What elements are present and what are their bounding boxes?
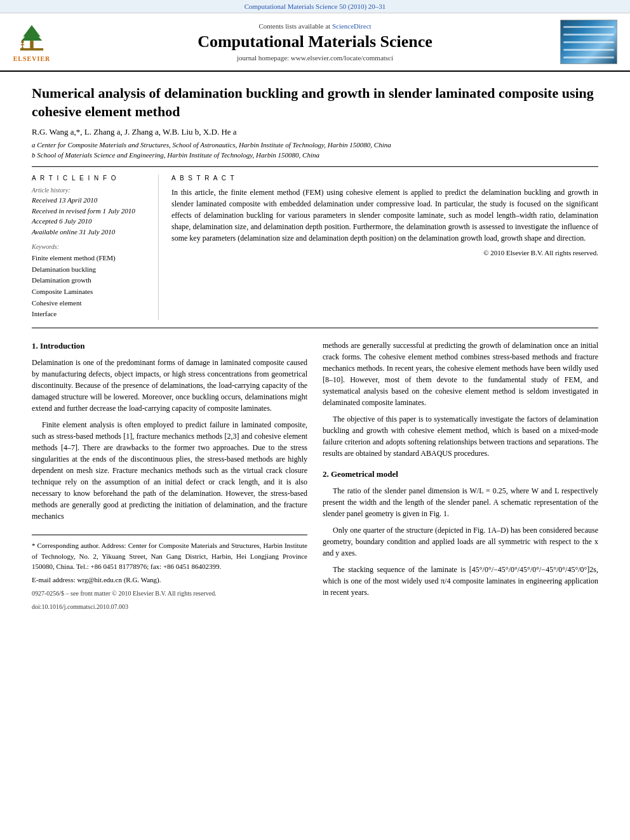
section2-para1: The ratio of the slender panel dimension… [323,485,598,519]
copyright-text: © 2010 Elsevier B.V. All rights reserved… [171,249,598,257]
article-info-column: A R T I C L E I N F O Article history: R… [32,175,159,320]
cover-line-3 [563,41,614,43]
abstract-body-divider [32,328,598,328]
affiliation-a: a Center for Composite Materials and Str… [32,141,598,149]
available-online-date: Available online 31 July 2010 [32,227,148,237]
svg-point-4 [21,40,24,43]
issn-line: 0927-0256/$ – see front matter © 2010 El… [32,589,307,598]
journal-cover-image [560,20,617,64]
cover-line-2 [563,34,614,36]
article-info-abstract-section: A R T I C L E I N F O Article history: R… [32,175,598,320]
section2-para2: Only one quarter of the structure (depic… [323,524,598,559]
journal-title-area: Contents lists available at ScienceDirec… [89,22,541,62]
section2-para3: The stacking sequence of the laminate is… [323,564,598,598]
abstract-text: In this article, the finite element meth… [171,187,598,244]
received-date: Received 13 April 2010 [32,195,148,206]
contents-available-line: Contents lists available at ScienceDirec… [89,22,541,30]
abstract-column: A B S T R A C T In this article, the fin… [171,175,598,320]
elsevier-logo-area: ELSEVIER [13,22,89,62]
article-history-label: Article history: [32,187,148,194]
header-divider [32,166,598,167]
body-section: 1. Introduction Delamination is one of t… [32,340,598,612]
section1-para4: The objective of this paper is to system… [323,413,598,459]
section1-para1: Delamination is one of the predominant f… [32,357,307,414]
article-title: Numerical analysis of delamination buckl… [32,84,598,121]
journal-header: ELSEVIER Contents lists available at Sci… [0,13,630,72]
journal-cover-area [541,20,617,64]
cover-line-1 [563,26,614,28]
cover-decoration [561,20,617,63]
cover-line-5 [563,57,614,58]
section2-heading: 2. Geometrical model [323,468,598,481]
footnote-email: E-mail address: wrg@hit.edu.cn (R.G. Wan… [32,575,307,585]
section1-para2: Finite element analysis is often employe… [32,419,307,522]
keyword-4: Composite Laminates [32,286,148,298]
journal-homepage-text: journal homepage: www.elsevier.com/locat… [89,54,541,62]
footnote-corresponding: * Corresponding author. Address: Center … [32,540,307,572]
abstract-label: A B S T R A C T [171,175,598,182]
svg-rect-1 [30,41,33,49]
elsevier-tree-icon [13,22,51,54]
science-direct-link[interactable]: ScienceDirect [332,22,372,30]
accepted-date: Accepted 6 July 2010 [32,216,148,227]
authors-line: R.G. Wang a,*, L. Zhang a, J. Zhang a, W… [32,127,598,137]
received-revised-date: Received in revised form 1 July 2010 [32,206,148,217]
main-content: Numerical analysis of delamination buckl… [0,72,630,624]
section1-heading: 1. Introduction [32,340,307,352]
authors-text: R.G. Wang a,*, L. Zhang a, J. Zhang a, W… [32,127,237,137]
doi-line: doi:10.1016/j.commatsci.2010.07.003 [32,602,307,611]
journal-citation-text: Computational Materials Science 50 (2010… [245,3,386,10]
keyword-5: Cohesive element [32,298,148,309]
elsevier-logo: ELSEVIER [13,22,51,62]
article-info-label: A R T I C L E I N F O [32,175,148,182]
journal-citation-bar: Computational Materials Science 50 (2010… [0,0,630,13]
keyword-3: Delamination growth [32,275,148,286]
affiliation-b: b School of Materials Science and Engine… [32,151,598,159]
journal-name-title: Computational Materials Science [89,32,541,51]
footnote-section: * Corresponding author. Address: Center … [32,535,307,611]
keyword-6: Interface [32,309,148,320]
contents-label: Contents lists available at [258,22,330,30]
body-right-column: methods are generally successful at pred… [323,340,598,612]
body-left-column: 1. Introduction Delamination is one of t… [32,340,307,612]
keywords-label: Keywords: [32,243,148,250]
keyword-2: Delamination buckling [32,264,148,276]
section1-para3: methods are generally successful at pred… [323,340,598,408]
keyword-1: Finite element method (FEM) [32,253,148,264]
elsevier-brand-text: ELSEVIER [13,55,51,62]
cover-line-4 [563,49,614,51]
